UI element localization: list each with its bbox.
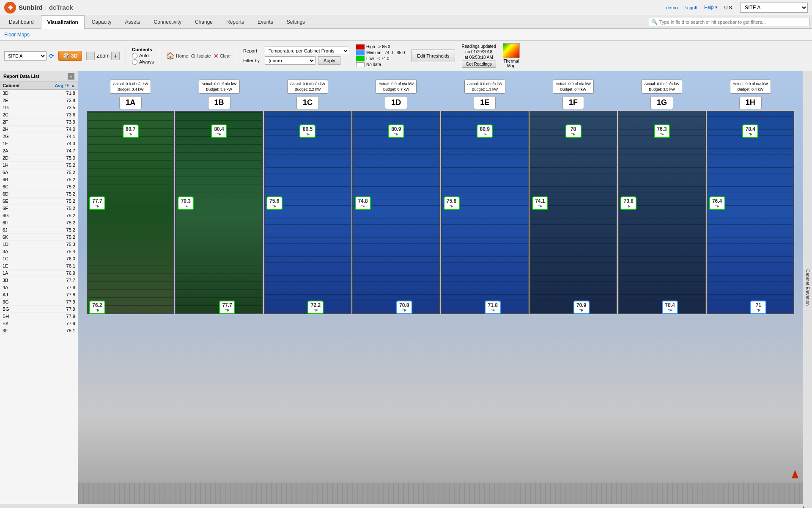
table-row[interactable]: 6J 75.2 (0, 226, 78, 234)
help-link[interactable]: Help ▾ (704, 5, 718, 10)
radio-always[interactable] (132, 59, 137, 65)
apply-button[interactable]: Apply (318, 56, 341, 65)
table-row[interactable]: 6C 75.2 (0, 183, 78, 190)
table-row[interactable]: 2A 74.7 (0, 147, 78, 155)
home-button[interactable]: 🏠 Home (166, 52, 188, 60)
table-row[interactable]: 6H 75.2 (0, 219, 78, 226)
toolbar-site-select[interactable]: SITE A (4, 51, 47, 61)
floor-grating (78, 483, 803, 504)
clear-button[interactable]: ✕ Clear (214, 52, 231, 59)
zoom-out-button[interactable]: − (86, 52, 95, 60)
right-panel-label: Cabinet Elevation (805, 269, 810, 306)
cabinet-image-1f[interactable]: 78°F 26.7% 74.1°F 70.9°F (529, 111, 617, 314)
table-row[interactable]: 1D 75.3 (0, 241, 78, 248)
readings-date: on 01/29/2018 (462, 50, 496, 54)
table-row[interactable]: BH 77.9 (0, 313, 78, 320)
edit-thresholds-button[interactable]: Edit Thresholds (411, 50, 455, 62)
tab-capacity[interactable]: Capacity (85, 15, 118, 28)
panel-collapse-button[interactable]: « (68, 73, 74, 80)
cabinet-image-1d[interactable]: 80.9°F 24.2% 74.8°F 70.8°F (352, 111, 440, 314)
cell-cabinet: 1C (3, 256, 39, 261)
cabinet-image-1g[interactable]: 76.3°F 25.9% 73.8°F 70.4°F (618, 111, 705, 314)
report-select[interactable]: Temperature per Cabinet Fronts (265, 47, 349, 55)
table-row[interactable]: AJ 77.8 (0, 291, 78, 298)
floor-viewport[interactable]: Actual: 0.0 of n/a kW Budget: 3.4 kW 1A … (78, 71, 803, 504)
table-row[interactable]: 6D 75.2 (0, 190, 78, 198)
cell-avg: 74.7 (39, 148, 75, 153)
zoom-in-button[interactable]: + (111, 52, 120, 60)
thermal-map-button[interactable]: Thermal Map (503, 43, 520, 68)
tab-events[interactable]: Events (251, 15, 280, 28)
tab-dashboard[interactable]: Dashboard (3, 15, 40, 28)
get-readings-button[interactable]: Get Readings (462, 61, 496, 68)
radio-auto[interactable] (132, 53, 137, 58)
table-row[interactable]: 3D 71.8 (0, 90, 78, 97)
floor-maps-link[interactable]: Floor Maps (4, 32, 30, 38)
tab-visualization[interactable]: Visualization (41, 15, 85, 29)
cabinet-image-1e[interactable]: 80.9°F 25.3% 75.8°F 71.8°F (441, 111, 529, 314)
top-bar-left: ☀ Sunbird | dcTrack (4, 2, 73, 14)
table-row[interactable]: 2E 72.8 (0, 97, 78, 104)
table-row[interactable]: 1E 76.1 (0, 262, 78, 270)
table-row[interactable]: 2F 73.9 (0, 119, 78, 126)
table-row[interactable]: 1F 74.3 (0, 140, 78, 147)
table-row[interactable]: 1C 76.0 (0, 255, 78, 262)
table-row[interactable]: 1G 73.5 (0, 104, 78, 111)
table-row[interactable]: 3E 78.1 (0, 327, 78, 334)
table-row[interactable]: 2H 74.0 (0, 126, 78, 133)
cabinet-image-1a[interactable]: 80.7°F 25.5% 77.7°F 77°F 76.2°F (87, 111, 174, 314)
table-row[interactable]: 1A 76.9 (0, 270, 78, 277)
table-row[interactable]: 2C 73.6 (0, 111, 78, 119)
legend-high-range: > 85.0 (379, 44, 390, 49)
table-row[interactable]: 6A 75.2 (0, 169, 78, 176)
table-row[interactable]: 6G 75.2 (0, 212, 78, 219)
sensor-cluster-1c-mid: 27% 75.6°F (266, 196, 273, 207)
demo-link[interactable]: demo (666, 5, 678, 10)
legend-nodata-label: No data (366, 62, 381, 67)
cab-info-1b: Actual: 0.0 of n/a kW Budget: 3.9 kW (199, 80, 240, 94)
table-row[interactable]: 2D 75.0 (0, 155, 78, 162)
tab-settings[interactable]: Settings (280, 15, 311, 28)
table-row[interactable]: 2G 74.1 (0, 133, 78, 140)
refresh-button[interactable]: ⟳ (49, 52, 54, 59)
cabinet-label-1c: 1C (296, 96, 319, 109)
col-avg-header[interactable]: Avg °F ▲ (39, 83, 75, 88)
right-panel[interactable]: Cabinet Elevation (803, 71, 812, 504)
tab-connectivity[interactable]: Connectivity (148, 15, 188, 28)
table-row[interactable]: 4A 77.8 (0, 284, 78, 291)
table-row[interactable]: 1H 75.2 (0, 162, 78, 169)
tab-assets[interactable]: Assets (119, 15, 147, 28)
table-row[interactable]: 3B 77.7 (0, 277, 78, 284)
table-row[interactable]: 6F 75.2 (0, 205, 78, 212)
cabinet-image-1b[interactable]: 80.4°F 28.5% 79.3°F 77.7°F (175, 111, 263, 314)
table-row[interactable]: 6K 75.2 (0, 234, 78, 241)
3d-button[interactable]: 🎲 3D (58, 51, 82, 61)
top-bar: ☀ Sunbird | dcTrack demo Logoff Help ▾ U… (0, 0, 812, 15)
table-row[interactable]: 6E 75.2 (0, 198, 78, 205)
cell-avg: 75.2 (39, 235, 75, 240)
zoom-label: Zoom (96, 53, 110, 59)
cab-info-1a: Actual: 0.0 of n/a kW Budget: 3.4 kW (110, 80, 151, 94)
isolate-button[interactable]: ⊙ Isolate (191, 52, 211, 59)
search-input[interactable] (649, 18, 809, 26)
logoff-link[interactable]: Logoff (685, 5, 697, 10)
cell-avg: 71.8 (39, 91, 75, 96)
table-row[interactable]: BG 77.9 (0, 306, 78, 313)
table-row[interactable]: 6B 75.2 (0, 176, 78, 183)
logo-area: ☀ Sunbird | dcTrack (4, 2, 73, 14)
legend-low-label: Low (366, 56, 374, 61)
cab-info-1d: Actual: 0.0 of n/a kW Budget: 0.7 kW (376, 80, 417, 94)
table-row[interactable]: BK 77.9 (0, 320, 78, 327)
cell-cabinet: 2F (3, 119, 39, 124)
table-row[interactable]: 3G 77.9 (0, 298, 78, 306)
table-row[interactable]: 3A 75.4 (0, 248, 78, 255)
filter-select[interactable]: (none) (265, 56, 315, 65)
cabinet-image-1c[interactable]: 80.5°F 27% 75.6°F 72.2°F (264, 111, 351, 314)
tab-change[interactable]: Change (189, 15, 219, 28)
cabinet-image-1h[interactable]: 78.4°F 27% 76.4°F 71°F (707, 111, 794, 314)
cell-avg: 75.2 (39, 184, 75, 189)
site-selector[interactable]: SITE A (740, 3, 808, 13)
tab-reports[interactable]: Reports (220, 15, 250, 28)
cell-avg: 77.8 (39, 285, 75, 290)
cell-cabinet: BK (3, 321, 39, 326)
